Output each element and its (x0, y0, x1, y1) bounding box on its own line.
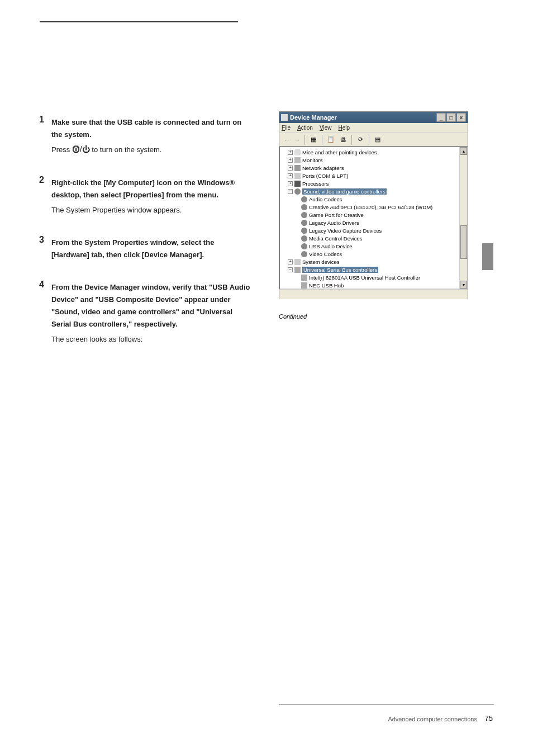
app-icon (281, 114, 288, 121)
back-button[interactable]: ← (283, 135, 292, 144)
toolbar: ← → ▦ 📋 🖶 ⟳ ▤ (279, 133, 468, 147)
sound-icon (301, 243, 307, 249)
step-subtext: The System Properties window appears. (51, 204, 251, 216)
usb-icon (301, 275, 307, 281)
tree-label: Game Port for Creative (309, 212, 364, 218)
sound-icon (301, 235, 307, 242)
toolbar-separator (304, 135, 305, 145)
tree-label: Processors (302, 181, 329, 187)
device-manager-window: Device Manager _ □ × File Action View He… (279, 111, 468, 299)
tree-label-highlighted: Sound, video and game controllers (302, 188, 387, 195)
tree-label: Intel(r) 82801AA USB Universal Host Cont… (309, 275, 420, 281)
titlebar-buttons: _ □ × (436, 113, 466, 122)
tree-label: Legacy Audio Drivers (309, 220, 359, 226)
tree-leaf[interactable]: Creative AudioPCI (ES1370), SB PCI 64/12… (281, 203, 466, 211)
collapse-icon[interactable]: − (288, 189, 293, 194)
tree-leaf[interactable]: USB Audio Device (281, 242, 466, 250)
usb-icon (301, 282, 307, 289)
tree-label: Legacy Video Capture Devices (309, 228, 382, 234)
tree-node-sound[interactable]: − Sound, video and game controllers (281, 187, 466, 195)
close-button[interactable]: × (456, 113, 466, 122)
step-title: From the Device Manager window, verify t… (51, 281, 251, 330)
scroll-thumb[interactable] (460, 225, 467, 259)
monitor-icon (294, 157, 301, 163)
tree-node-monitors[interactable]: + Monitors (281, 156, 466, 164)
vertical-scrollbar[interactable]: ▴ ▾ (459, 147, 467, 289)
tree-node-processors[interactable]: + Processors (281, 179, 466, 187)
toolbar-separator (369, 135, 369, 145)
step-title: Make sure that the USB cable is connecte… (51, 116, 251, 141)
scroll-down-button[interactable]: ▾ (460, 281, 467, 289)
toolbar-separator (351, 135, 352, 145)
continued-text: Continued (279, 313, 307, 320)
device-tree[interactable]: + Mice and other pointing devices + Moni… (279, 147, 468, 289)
tree-leaf[interactable]: Audio Codecs (281, 195, 466, 203)
power-icon: ⏼/⏻ (72, 145, 90, 154)
menu-action[interactable]: Action (297, 125, 313, 131)
tree-label: Media Control Devices (309, 235, 363, 242)
toolbar-button[interactable]: ▦ (308, 134, 319, 145)
tree-leaf[interactable]: Video Codecs (281, 250, 466, 258)
network-icon (294, 165, 301, 171)
expand-icon[interactable]: + (288, 259, 293, 264)
menu-help[interactable]: Help (338, 125, 350, 131)
refresh-button[interactable]: ⟳ (355, 134, 366, 145)
tree-label: Audio Codecs (309, 196, 342, 202)
tree-node-mice[interactable]: + Mice and other pointing devices (281, 148, 466, 156)
expand-icon[interactable]: + (288, 158, 293, 163)
sound-icon (301, 204, 307, 210)
footer-text: Advanced computer connections (388, 716, 477, 722)
tree-node-network[interactable]: + Network adapters (281, 164, 466, 172)
tree-leaf[interactable]: Intel(r) 82801AA USB Universal Host Cont… (281, 273, 466, 281)
collapse-icon[interactable]: − (288, 267, 293, 272)
scroll-up-button[interactable]: ▴ (460, 147, 467, 155)
step-1: 1 Make sure that the USB cable is connec… (39, 112, 251, 157)
expand-icon[interactable]: + (288, 150, 293, 155)
menu-file[interactable]: File (282, 125, 291, 131)
processor-icon (294, 181, 301, 187)
step-subtext: Press ⏼/⏻ to turn on the system. (51, 143, 251, 157)
tree-label: Network adapters (302, 165, 344, 171)
statusbar (279, 289, 468, 299)
sound-icon (294, 188, 301, 195)
step-4: 4 From the Device Manager window, verify… (39, 277, 251, 346)
sound-icon (301, 220, 307, 226)
tree-node-system[interactable]: + System devices (281, 258, 466, 266)
step-3: 3 From the System Properties window, sel… (39, 232, 251, 261)
tree-leaf[interactable]: Legacy Video Capture Devices (281, 226, 466, 234)
mouse-icon (294, 149, 301, 155)
expand-icon[interactable]: + (288, 166, 293, 171)
tree-label: Monitors (302, 157, 322, 163)
menu-view[interactable]: View (320, 125, 332, 131)
step-number: 4 (39, 277, 50, 292)
toolbar-button[interactable]: ▤ (372, 134, 383, 145)
tree-leaf[interactable]: Media Control Devices (281, 234, 466, 242)
minimize-button[interactable]: _ (436, 113, 446, 122)
maximize-button[interactable]: □ (446, 113, 456, 122)
expand-icon[interactable]: + (288, 173, 293, 178)
tree-label-highlighted: Universal Serial Bus controllers (302, 267, 378, 273)
tree-label: Mice and other pointing devices (302, 149, 377, 155)
tree-leaf[interactable]: NEC USB Hub (281, 281, 466, 289)
tree-leaf[interactable]: Legacy Audio Drivers (281, 219, 466, 226)
tree-node-usb[interactable]: − Universal Serial Bus controllers (281, 266, 466, 273)
step-number: 3 (39, 232, 50, 247)
titlebar[interactable]: Device Manager _ □ × (279, 112, 468, 123)
tree-node-ports[interactable]: + Ports (COM & LPT) (281, 172, 466, 179)
titlebar-title-area: Device Manager (281, 114, 337, 121)
menubar: File Action View Help (279, 123, 468, 133)
sound-icon (301, 251, 307, 257)
page-number: 75 (485, 714, 493, 722)
forward-button[interactable]: → (293, 135, 302, 144)
properties-button[interactable]: 📋 (325, 134, 336, 145)
print-button[interactable]: 🖶 (337, 134, 349, 145)
step-subtext: The screen looks as follows: (51, 333, 251, 346)
expand-icon[interactable]: + (288, 181, 293, 186)
tree-label: NEC USB Hub (309, 282, 344, 289)
tree-leaf[interactable]: Game Port for Creative (281, 211, 466, 219)
window-title: Device Manager (290, 114, 337, 121)
top-divider (40, 21, 238, 22)
sound-icon (301, 196, 307, 202)
step-title: From the System Properties window, selec… (51, 237, 251, 261)
footer-divider (279, 704, 494, 705)
